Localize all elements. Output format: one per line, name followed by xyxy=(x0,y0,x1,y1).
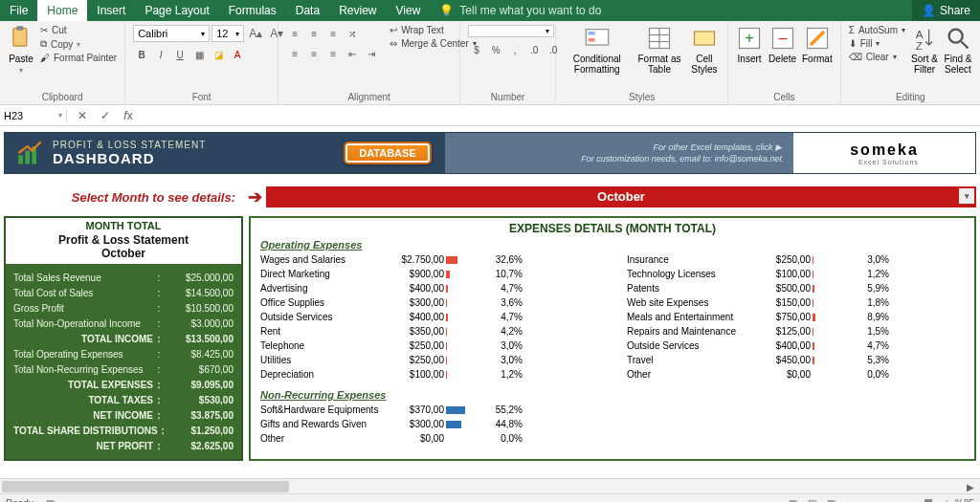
month-dropdown[interactable]: October ▾ xyxy=(266,186,976,207)
bold-button[interactable]: B xyxy=(133,46,150,63)
svg-line-18 xyxy=(962,42,969,49)
eraser-icon: ⌫ xyxy=(849,52,862,62)
zoom-control[interactable]: – + %85 xyxy=(841,498,974,502)
orientation-button[interactable]: ⤮ xyxy=(344,25,361,42)
summary-value: $14.500,00 xyxy=(165,288,234,298)
panel-caption-2: Profit & Loss Statement xyxy=(6,233,241,247)
menu-data[interactable]: Data xyxy=(286,0,329,21)
currency-button[interactable]: $ xyxy=(468,41,485,58)
expense-label: Travel xyxy=(627,355,751,365)
summary-row: Gross Profit:$10.500,00 xyxy=(13,300,234,316)
align-center-button[interactable]: ≡ xyxy=(305,45,323,62)
expense-bar xyxy=(813,327,847,337)
find-select-button[interactable]: Find & Select xyxy=(944,25,972,75)
align-bottom-button[interactable]: ≡ xyxy=(324,25,342,42)
expense-percent: 1,8% xyxy=(849,297,889,308)
expense-label: Outside Services xyxy=(260,312,385,322)
font-color-button[interactable]: A xyxy=(229,46,246,63)
expense-row: Gifts and Rewards Given$300,0044,8% xyxy=(260,417,598,431)
align-middle-button[interactable]: ≡ xyxy=(305,25,323,42)
expense-row: Wages and Salaries$2.750,0032,6% xyxy=(260,252,598,267)
expense-bar xyxy=(446,434,480,444)
border-button[interactable]: ▦ xyxy=(190,46,208,63)
expense-label: Utilities xyxy=(260,355,385,365)
menu-insert[interactable]: Insert xyxy=(87,0,135,21)
paste-button[interactable]: Paste ▾ xyxy=(8,25,34,75)
cut-button[interactable]: ✂Cut xyxy=(40,25,117,35)
summary-label: Total Operating Expenses xyxy=(13,349,153,360)
align-top-button[interactable]: ≡ xyxy=(286,25,303,42)
copy-button[interactable]: ⧉Copy▾ xyxy=(40,38,117,50)
view-page-break-button[interactable]: ▥ xyxy=(822,495,841,503)
menu-file[interactable]: File xyxy=(0,0,37,21)
accept-formula-button[interactable]: ✓ xyxy=(96,107,115,124)
summary-value: $8.425,00 xyxy=(165,349,234,360)
number-format-dropdown[interactable]: ▾ xyxy=(468,25,554,37)
formula-bar: H23▾ ✕ ✓ fx xyxy=(0,105,980,126)
percent-button[interactable]: % xyxy=(487,41,504,58)
menu-home[interactable]: Home xyxy=(37,0,87,21)
summary-value: $25.000,00 xyxy=(165,273,234,283)
scroll-right-button[interactable]: ▶ xyxy=(963,479,978,494)
indent-decrease-button[interactable]: ⇤ xyxy=(344,45,361,62)
ribbon: Paste ▾ ✂Cut ⧉Copy▾ 🖌Format Painter Clip… xyxy=(0,21,980,105)
fx-button[interactable]: fx xyxy=(119,107,138,124)
expense-percent: 1,5% xyxy=(849,326,889,337)
fill-button[interactable]: ⬇Fill▾ xyxy=(849,38,905,49)
menu-review[interactable]: Review xyxy=(329,0,386,21)
align-right-button[interactable]: ≡ xyxy=(324,45,342,62)
menu-view[interactable]: View xyxy=(387,0,431,21)
menu-formulas[interactable]: Formulas xyxy=(219,0,286,21)
summary-label: Total Non-Recurring Expenses xyxy=(13,364,153,375)
underline-button[interactable]: U xyxy=(171,46,189,63)
font-size-dropdown[interactable]: 12▾ xyxy=(212,25,244,42)
chart-logo-icon xyxy=(16,140,43,166)
svg-rect-19 xyxy=(18,155,23,164)
horizontal-scrollbar[interactable]: ▶ xyxy=(0,478,980,493)
delete-cells-button[interactable]: –Delete xyxy=(768,25,796,64)
cond-format-icon xyxy=(584,25,611,52)
clear-button[interactable]: ⌫Clear▾ xyxy=(849,52,905,62)
zoom-out-button[interactable]: – xyxy=(841,498,847,502)
expense-percent: 1,2% xyxy=(849,269,889,279)
view-normal-button[interactable]: ▦ xyxy=(784,495,803,503)
expense-row: Direct Marketing$900,0010,7% xyxy=(260,267,598,281)
format-as-table-button[interactable]: Format as Table xyxy=(635,25,682,75)
svg-rect-20 xyxy=(25,151,30,164)
database-button[interactable]: DATABASE xyxy=(344,142,431,164)
svg-rect-9 xyxy=(694,32,714,45)
conditional-formatting-button[interactable]: Conditional Formatting xyxy=(564,25,630,75)
status-bar: Ready ▦ ▦ ▤ ▥ – + %85 xyxy=(0,493,980,502)
view-page-layout-button[interactable]: ▤ xyxy=(803,495,822,503)
autosum-button[interactable]: ΣAutoSum▾ xyxy=(849,25,905,35)
format-cells-button[interactable]: Format xyxy=(802,25,833,64)
increase-decimal-button[interactable]: .0 xyxy=(525,41,543,58)
cancel-formula-button[interactable]: ✕ xyxy=(73,107,92,124)
menu-page-layout[interactable]: Page Layout xyxy=(135,0,218,21)
summary-label: NET PROFIT xyxy=(13,441,153,451)
grow-font-button[interactable]: A▴ xyxy=(246,25,265,42)
format-painter-button[interactable]: 🖌Format Painter xyxy=(40,53,117,63)
macro-record-icon[interactable]: ▦ xyxy=(41,495,60,503)
fill-color-button[interactable]: ◪ xyxy=(210,46,227,63)
scrollbar-thumb[interactable] xyxy=(2,481,289,492)
expense-label: Other xyxy=(627,369,751,380)
sort-filter-button[interactable]: AZSort & Filter xyxy=(911,25,938,75)
name-box[interactable]: H23▾ xyxy=(0,110,67,121)
zoom-knob[interactable] xyxy=(924,499,932,503)
share-button[interactable]: 👤 Share xyxy=(912,0,980,21)
insert-cells-button[interactable]: +Insert xyxy=(736,25,763,64)
expense-value: $125,00 xyxy=(751,326,811,337)
worksheet[interactable]: PROFIT & LOSS STATEMENT DASHBOARD DATABA… xyxy=(0,126,980,478)
font-name-dropdown[interactable]: Calibri▾ xyxy=(133,25,210,42)
cell-styles-button[interactable]: Cell Styles xyxy=(689,25,721,75)
align-left-button[interactable]: ≡ xyxy=(286,45,303,62)
expense-value: $370,00 xyxy=(385,404,444,415)
zoom-in-button[interactable]: + xyxy=(944,498,949,502)
comma-button[interactable]: , xyxy=(506,41,523,58)
tell-me-search[interactable]: 💡 Tell me what you want to do xyxy=(430,4,611,17)
indent-increase-button[interactable]: ⇥ xyxy=(363,45,380,62)
italic-button[interactable]: I xyxy=(152,46,169,63)
header-subtitle: DASHBOARD xyxy=(53,150,206,166)
summary-value: $1.250,00 xyxy=(168,426,234,436)
